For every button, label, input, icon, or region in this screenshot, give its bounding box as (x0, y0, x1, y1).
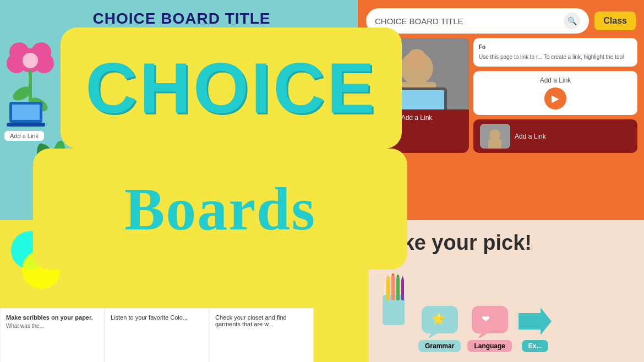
bottom-card-1: Make scribbles on your paper. What was t… (0, 308, 105, 362)
add-link-main-card: Add a Link (401, 114, 433, 122)
language-label: Language (467, 340, 512, 352)
svg-point-20 (407, 49, 427, 71)
play-button[interactable]: ▶ (544, 87, 566, 109)
card1-text: Make scribbles on your paper. (6, 314, 99, 321)
choice-overlay-card: CHOICE (61, 28, 402, 149)
choice-text: CHOICE (85, 52, 377, 124)
ex-bubble-svg (519, 305, 552, 338)
person-thumb (480, 124, 510, 149)
svg-rect-13 (12, 105, 40, 120)
svg-rect-31 (401, 279, 404, 300)
svg-rect-29 (391, 276, 395, 300)
svg-marker-34 (396, 274, 400, 277)
svg-point-22 (489, 129, 500, 140)
right-header: CHOICE BOARD TITLE 🔍 Class (358, 0, 644, 38)
add-link-left: Add a Link (4, 131, 44, 141)
boards-overlay-card: Boards (33, 149, 407, 270)
language-bubble-svg: ❤ (471, 305, 509, 338)
pencil-cup (374, 273, 413, 330)
right-side-cards: Fo Use this page to link to r... To crea… (473, 38, 637, 153)
svg-rect-23 (488, 139, 501, 149)
left-board-title: CHOICE BOARD TITLE (0, 0, 363, 28)
svg-marker-33 (391, 273, 395, 276)
ex-label: Ex... (522, 340, 549, 352)
info-card: Fo Use this page to link to r... To crea… (473, 38, 637, 67)
card3-text: Check your closet and find garments that… (215, 314, 308, 327)
bottom-text-cards: Make scribbles on your paper. What was t… (0, 308, 314, 362)
svg-marker-37 (426, 333, 437, 338)
grammar-label: Grammar (418, 340, 461, 352)
bottom-card-3: Check your closet and find garments that… (209, 308, 314, 362)
add-link-dark-card: Add a Link (473, 119, 637, 153)
panel-bottom-right: Take your pick! (369, 220, 644, 362)
pencil-cup-svg (374, 273, 413, 328)
svg-marker-42 (519, 308, 552, 335)
laptop-icon-left (7, 99, 45, 129)
svg-rect-14 (7, 123, 45, 127)
fo-label: Fo (479, 43, 632, 51)
svg-marker-32 (386, 275, 390, 278)
language-item: ❤ Language (467, 305, 512, 352)
svg-text:❤: ❤ (482, 314, 490, 325)
svg-rect-28 (386, 278, 390, 300)
svg-text:⭐: ⭐ (432, 312, 445, 325)
grammar-bubble-svg: ⭐ (421, 305, 459, 338)
add-link-dark: Add a Link (515, 133, 546, 140)
choice-items: ⭐ Grammar ❤ Language Ex... (418, 305, 552, 352)
person-thumb-svg (480, 124, 510, 149)
ex-item: Ex... (519, 305, 552, 352)
svg-marker-40 (476, 333, 487, 338)
search-bar[interactable]: CHOICE BOARD TITLE 🔍 (366, 8, 589, 34)
add-link-play: Add a Link (540, 76, 571, 84)
svg-marker-35 (401, 276, 404, 279)
card2-text: Listen to your favorite Colo... (111, 314, 203, 321)
svg-rect-30 (396, 277, 400, 300)
info-text: Use this page to link to r... To create … (479, 54, 624, 60)
svg-rect-39 (472, 306, 508, 333)
play-card: Add a Link ▶ (473, 71, 637, 115)
bottom-card-2: Listen to your favorite Colo... (105, 308, 209, 362)
search-icon[interactable]: 🔍 (564, 13, 580, 29)
search-text: CHOICE BOARD TITLE (375, 17, 463, 26)
class-button[interactable]: Class (594, 12, 636, 30)
boards-text: Boards (124, 174, 316, 244)
svg-point-5 (23, 53, 38, 68)
grammar-item: ⭐ Grammar (418, 305, 461, 352)
